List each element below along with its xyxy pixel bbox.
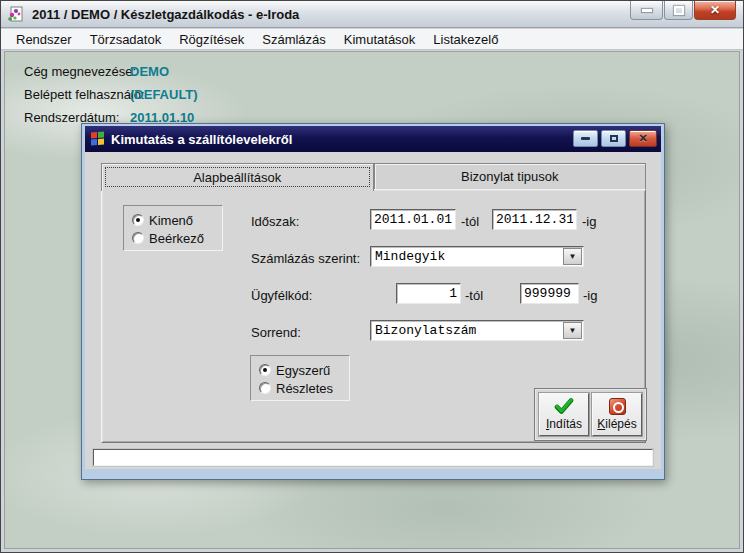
maximize-icon: [610, 135, 618, 142]
chevron-down-icon[interactable]: ▼: [563, 322, 582, 339]
idoszak-to-input[interactable]: [492, 209, 577, 230]
user-value: (DEFAULT): [130, 87, 198, 102]
idoszak-from-input[interactable]: [370, 209, 456, 230]
idoszak-from-suffix: -tól: [461, 214, 479, 229]
tab-alapbeallitasok[interactable]: Alapbeállítások: [101, 163, 374, 191]
inditas-button-label: Indítás: [546, 417, 582, 431]
app-icon: [7, 6, 25, 22]
close-icon: ✕: [638, 133, 647, 144]
menu-item-torzsadatok[interactable]: Törzsadatok: [81, 30, 171, 49]
dialog-title: Kimutatás a szállítólevelekről: [111, 132, 292, 147]
direction-groupbox: Kimenő Beérkező: [123, 205, 223, 251]
ugyfelkod-to-input[interactable]: [520, 283, 579, 304]
szamlazas-label: Számlázás szerint:: [251, 251, 360, 266]
main-titlebar[interactable]: 2011 / DEMO / Készletgazdálkodás - e-Iro…: [1, 1, 743, 28]
user-label: Belépett felhasználó:: [24, 87, 145, 102]
menu-item-kimutatasok[interactable]: Kimutatások: [335, 30, 425, 49]
radio-kimeno[interactable]: Kimenő: [132, 212, 222, 228]
chevron-down-icon[interactable]: ▼: [563, 248, 582, 265]
ugyfelkod-from-suffix: -tól: [465, 288, 483, 303]
kilepes-button[interactable]: Kilépés: [592, 393, 642, 436]
detail-groupbox: Egyszerű Részletes: [250, 355, 350, 401]
menu-item-listakezelo[interactable]: Listakezelő: [424, 30, 507, 49]
sorrend-combo-value: Bizonylatszám: [375, 323, 476, 338]
stop-icon: [609, 398, 626, 415]
ugyfelkod-label: Ügyfélkód:: [251, 288, 312, 303]
action-button-panel: Indítás Kilépés: [534, 388, 647, 441]
radio-egyszeru[interactable]: Egyszerű: [259, 362, 349, 378]
company-value: DEMO: [130, 64, 169, 79]
dialog-status-bar: [93, 449, 653, 466]
menu-item-rendszer[interactable]: Rendszer: [7, 30, 81, 49]
minimize-icon: [642, 9, 652, 12]
minimize-icon: [581, 137, 590, 140]
radio-icon: [132, 232, 144, 244]
idoszak-to-suffix: -ig: [582, 214, 596, 229]
company-label: Cég megnevezése:: [24, 64, 136, 79]
dialog-close-button[interactable]: ✕: [629, 130, 657, 147]
menu-bar: Rendszer Törzsadatok Rögzítések Számlázá…: [1, 29, 743, 50]
tab-strip: Alapbeállítások Bizonylat tipusok: [101, 163, 646, 190]
radio-egyszeru-label: Egyszerű: [276, 363, 330, 378]
maximize-icon: [674, 6, 684, 15]
main-window: 2011 / DEMO / Készletgazdálkodás - e-Iro…: [0, 0, 744, 553]
dialog-maximize-button[interactable]: [601, 130, 626, 147]
radio-icon: [259, 382, 271, 394]
radio-reszletes-label: Részletes: [276, 381, 333, 396]
szamlazas-combo-value: Mindegyik: [375, 249, 445, 264]
sorrend-label: Sorrend:: [251, 325, 301, 340]
check-icon: [554, 398, 574, 415]
radio-beerkezo[interactable]: Beérkező: [132, 230, 222, 246]
kilepes-button-label: Kilépés: [597, 417, 636, 431]
client-area: Cég megnevezése: DEMO Belépett felhaszná…: [4, 51, 740, 549]
radio-beerkezo-label: Beérkező: [149, 231, 204, 246]
ugyfelkod-to-suffix: -ig: [583, 288, 597, 303]
close-icon: ✕: [710, 4, 720, 16]
minimize-button[interactable]: [630, 1, 663, 20]
report-dialog: Kimutatás a szállítólevelekről ✕ Alapbeá…: [81, 123, 665, 480]
dialog-client: Alapbeállítások Bizonylat tipusok Kimenő: [85, 152, 661, 469]
idoszak-label: Időszak:: [251, 214, 299, 229]
szamlazas-combo[interactable]: Mindegyik ▼: [370, 246, 584, 267]
inditas-button[interactable]: Indítás: [539, 393, 589, 436]
radio-icon: [259, 364, 271, 376]
menu-item-rogzitesek[interactable]: Rögzítések: [170, 30, 253, 49]
windows-logo-icon: [90, 131, 105, 146]
maximize-button[interactable]: [664, 1, 693, 20]
radio-reszletes[interactable]: Részletes: [259, 380, 349, 396]
tab-panel: Kimenő Beérkező Időszak: -tól -ig: [101, 189, 646, 443]
close-button[interactable]: ✕: [694, 1, 736, 20]
dialog-minimize-button[interactable]: [573, 130, 598, 147]
ugyfelkod-from-input[interactable]: [396, 283, 461, 304]
tab-bizonylat-tipusok[interactable]: Bizonylat tipusok: [374, 163, 647, 189]
radio-kimeno-label: Kimenő: [149, 213, 193, 228]
menu-item-szamlazas[interactable]: Számlázás: [253, 30, 335, 49]
sorrend-combo[interactable]: Bizonylatszám ▼: [370, 320, 584, 341]
dialog-titlebar[interactable]: Kimutatás a szállítólevelekről ✕: [85, 126, 661, 152]
radio-icon: [132, 214, 144, 226]
window-title: 2011 / DEMO / Készletgazdálkodás - e-Iro…: [32, 7, 299, 22]
